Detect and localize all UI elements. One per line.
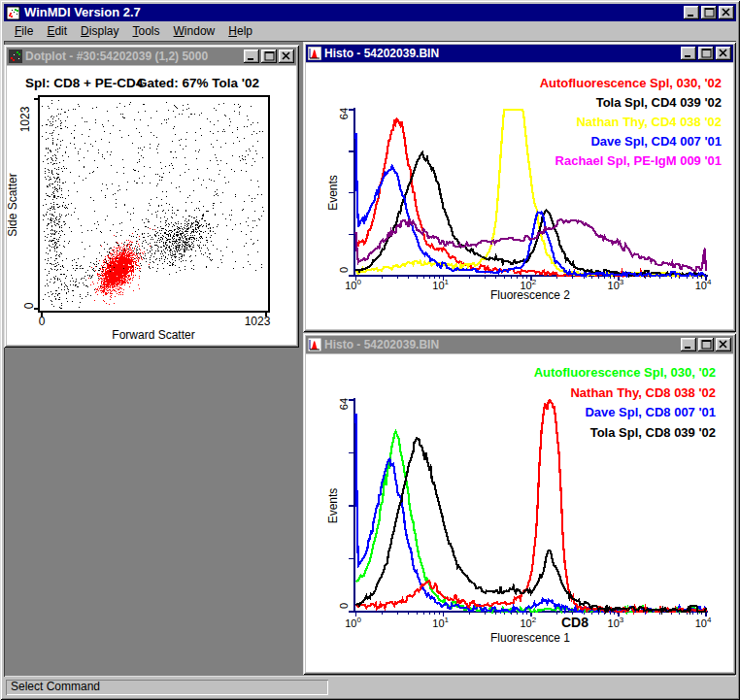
close-button[interactable] [716, 338, 731, 351]
dotplot-window-title: Dotplot - #30:54202039 (1,2) 5000 [25, 48, 244, 65]
ylabel: Events [326, 175, 340, 211]
histo2-chart[interactable]: 640Events100101102103104Fluorescence 1CD… [306, 354, 733, 672]
xlabel: Fluorescence 2 [490, 288, 570, 302]
ytick-min: 0 [338, 603, 350, 609]
close-button[interactable] [279, 50, 294, 63]
dotplot-client: Spl: CD8 + PE-CD4Gated: 67% Tola '021023… [7, 66, 296, 345]
menu-help[interactable]: Help [221, 22, 259, 40]
menu-display[interactable]: Display [74, 22, 125, 40]
legend-entry: Tola Spl, CD8 039 '02 [590, 425, 716, 440]
close-button[interactable] [716, 47, 731, 60]
xtick-label: 103 [608, 616, 624, 629]
ytick-max: 64 [338, 398, 350, 410]
xtick-label: 100 [345, 616, 361, 629]
maximize-button[interactable] [261, 50, 277, 63]
histogram-icon [308, 47, 321, 60]
menu-bar: FileEditDisplayToolsWindowHelp [4, 21, 736, 41]
histo1-window-title: Histo - 54202039.BIN [324, 45, 681, 62]
xtick-label: 100 [345, 278, 361, 291]
xtick-label: 103 [608, 278, 624, 291]
minimize-button[interactable] [681, 338, 696, 351]
legend-entry: Dave Spl, CD4 007 '01 [590, 134, 722, 149]
legend-entry: Tola Spl, CD4 039 '02 [596, 95, 722, 110]
histogram-curve-3 [356, 438, 707, 612]
xtick-label: 101 [432, 278, 449, 291]
histo1-client: 640Events100101102103104Fluorescence 2Au… [306, 63, 733, 329]
menu-file[interactable]: File [8, 22, 40, 40]
gated-dots [88, 228, 155, 305]
legend-entry: Nathan Thy, CD4 038 '02 [576, 115, 722, 129]
maximize-button[interactable] [701, 6, 717, 19]
xtick-label: 102 [520, 616, 536, 629]
xtick-label: 104 [695, 278, 712, 291]
xlabel: Fluorescence 1 [490, 631, 570, 645]
dotplot-icon [9, 50, 22, 63]
dotplot-window: Dotplot - #30:54202039 (1,2) 5000 Spl: C… [4, 45, 299, 348]
maximize-button[interactable] [698, 338, 714, 351]
ytick-max: 64 [338, 108, 350, 119]
ytick-min: 0 [338, 267, 350, 273]
dotplot-xlabel: Forward Scatter [112, 328, 194, 342]
histo2-title-bar[interactable]: Histo - 54202039.BIN [306, 336, 733, 353]
minimize-button[interactable] [681, 47, 696, 60]
xtick-label: 101 [432, 616, 449, 629]
minimize-button[interactable] [684, 6, 699, 19]
dotplot-annotation-left: Spl: CD8 + PE-CD4 [25, 76, 144, 90]
legend-entry: Rachael Spl, PE-IgM 009 '01 [555, 153, 722, 168]
close-button[interactable] [719, 6, 734, 19]
histogram-icon [308, 338, 321, 351]
legend-entry: Autofluorescence Spl, 030, '02 [540, 76, 722, 90]
status-message: Select Command [6, 680, 328, 695]
mdi-workspace: Dotplot - #30:54202039 (1,2) 5000 Spl: C… [4, 41, 736, 677]
histogram-curve-0 [356, 432, 707, 613]
dotplot-frame [39, 96, 269, 312]
scatter-dots [42, 100, 264, 309]
minimize-button[interactable] [244, 50, 259, 63]
dotplot-xtick-max: 1023 [245, 315, 271, 328]
histo2-window-title: Histo - 54202039.BIN [324, 336, 681, 353]
menu-tools[interactable]: Tools [125, 22, 166, 40]
legend-entry: Nathan Thy, CD8 038 '02 [570, 385, 716, 400]
app-window: WinMDI Version 2.7 FileEditDisplayToolsW… [0, 0, 740, 700]
app-icon [6, 6, 21, 20]
menu-edit[interactable]: Edit [40, 22, 74, 40]
dotplot-xtick-min: 0 [39, 315, 46, 328]
axis-annotation: CD8 [561, 615, 589, 630]
status-bar: Select Command [4, 677, 736, 696]
dotplot-chart[interactable]: Spl: CD8 + PE-CD4Gated: 67% Tola '021023… [7, 66, 296, 345]
xtick-label: 104 [695, 616, 712, 629]
histo1-chart[interactable]: 640Events100101102103104Fluorescence 2Au… [306, 63, 733, 329]
legend-entry: Autofluorescence Spl, 030, '02 [534, 365, 716, 380]
dotplot-ylabel: Side Scatter [7, 173, 19, 236]
dotplot-annotation-right: Gated: 67% Tola '02 [137, 76, 259, 90]
title-bar[interactable]: WinMDI Version 2.7 [4, 4, 736, 21]
histo2-client: 640Events100101102103104Fluorescence 1CD… [306, 354, 733, 672]
ylabel: Events [326, 488, 340, 524]
dotplot-ytick-min: 0 [22, 302, 36, 309]
histo1-window: Histo - 54202039.BIN 640Events1001011021… [303, 42, 736, 332]
dotplot-ytick-max: 1023 [18, 106, 32, 132]
histogram-curve-2 [356, 414, 707, 612]
dotplot-title-bar[interactable]: Dotplot - #30:54202039 (1,2) 5000 [7, 48, 296, 65]
legend-entry: Dave Spl, CD8 007 '01 [585, 405, 716, 419]
maximize-button[interactable] [698, 47, 714, 60]
histo2-window: Histo - 54202039.BIN 640Events1001011021… [303, 333, 736, 675]
menu-window[interactable]: Window [167, 22, 222, 40]
histo1-title-bar[interactable]: Histo - 54202039.BIN [306, 45, 733, 62]
window-title: WinMDI Version 2.7 [24, 4, 684, 21]
